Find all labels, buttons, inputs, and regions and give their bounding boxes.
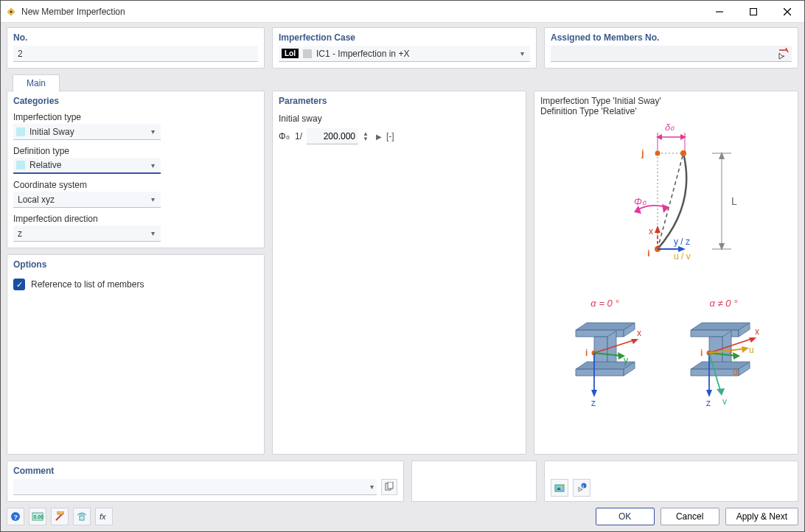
direction-select[interactable]: z ▾ [13, 225, 161, 242]
svg-rect-93 [58, 511, 63, 514]
apply-next-button[interactable]: Apply & Next [725, 508, 798, 525]
preview-title-line2: Definition Type 'Relative' [540, 106, 792, 116]
title-bar: New Member Imperfection [1, 1, 804, 23]
svg-marker-72 [742, 346, 749, 353]
svg-text:z: z [706, 398, 711, 407]
minimize-button[interactable] [703, 1, 736, 23]
svg-point-22 [680, 150, 686, 156]
svg-text:i: i [647, 248, 650, 259]
svg-text:x: x [649, 226, 653, 237]
categories-title: Categories [13, 96, 258, 106]
cancel-button[interactable]: Cancel [661, 508, 719, 525]
definition-type-select[interactable]: Relative ▾ [13, 158, 161, 174]
preview-info-button[interactable]: i [573, 479, 590, 497]
chevron-down-icon: ▾ [367, 483, 377, 491]
svg-marker-76 [706, 390, 712, 397]
type-color-swatch [16, 127, 25, 136]
svg-rect-2 [750, 8, 757, 15]
categories-panel: Categories Imperfection type Initial Swa… [7, 91, 265, 248]
parameters-title: Parameters [279, 96, 520, 106]
comment-panel: Comment ▾ [7, 461, 404, 502]
chevron-down-icon: ▾ [148, 195, 158, 203]
member-button[interactable] [51, 508, 69, 525]
chevron-down-icon: ▾ [148, 229, 158, 237]
pick-members-icon[interactable] [776, 46, 790, 61]
svg-text:u / v: u / v [674, 251, 691, 262]
initial-sway-label: Initial sway [279, 113, 520, 124]
checkbox-checked-icon: ✓ [13, 279, 25, 290]
direction-value: z [16, 228, 144, 239]
comment-title: Comment [13, 466, 397, 476]
no-label: No. [13, 32, 258, 43]
reference-members-label: Reference to list of members [31, 279, 144, 290]
ok-button[interactable]: OK [596, 508, 655, 525]
options-title: Options [13, 259, 258, 270]
no-input[interactable] [13, 46, 258, 62]
view-button[interactable] [73, 508, 91, 525]
units-button[interactable]: 0.00 [29, 508, 46, 525]
coord-system-value: Local xyz [16, 195, 144, 205]
tab-main[interactable]: Main [13, 74, 60, 91]
assign-panel: Assigned to Members No. [544, 27, 798, 69]
initial-sway-input[interactable] [307, 128, 358, 144]
window-title: New Member Imperfection [21, 7, 125, 17]
beam-sections: α = 0 ° [543, 298, 789, 407]
help-button[interactable]: ? [7, 508, 24, 525]
beam-alpha-zero: α = 0 ° [565, 298, 646, 407]
maximize-button[interactable] [736, 1, 770, 23]
assign-input[interactable] [551, 46, 792, 62]
case-color-swatch [303, 49, 312, 58]
svg-point-23 [655, 151, 660, 156]
sway-diagram: L δ₀ [548, 124, 784, 271]
chevron-down-icon: ▾ [518, 49, 527, 57]
main-row: Categories Imperfection type Initial Swa… [7, 91, 798, 455]
comment-select[interactable]: ▾ [13, 479, 377, 495]
no-panel: No. [7, 27, 265, 69]
coord-system-label: Coordinate system [13, 180, 258, 190]
case-label: Imperfection Case [279, 32, 530, 43]
direction-label: Imperfection direction [13, 214, 258, 224]
svg-marker-28 [655, 225, 661, 233]
case-select[interactable]: LoI IC1 - Imperfection in +X ▾ [279, 46, 530, 62]
imperfection-type-label: Imperfection type [13, 112, 258, 122]
imperfection-type-select[interactable]: Initial Sway ▾ [13, 124, 161, 140]
definition-type-value: Relative [29, 160, 144, 170]
svg-rect-94 [80, 516, 84, 520]
svg-text:x: x [755, 326, 759, 337]
preview-panel: Imperfection Type 'Initial Sway' Definit… [534, 91, 798, 455]
dialog-body: No. Imperfection Case LoI IC1 - Imperfec… [1, 23, 804, 531]
svg-text:?: ? [14, 514, 18, 521]
right-column: Imperfection Type 'Initial Sway' Definit… [534, 91, 798, 455]
beam-alpha-nonzero: α ≠ 0 ° [680, 298, 768, 407]
case-chip: LoI [282, 49, 299, 58]
svg-marker-67 [749, 337, 756, 343]
svg-text:fx: fx [100, 512, 106, 521]
preview-image-button[interactable] [551, 479, 568, 497]
header-row: No. Imperfection Case LoI IC1 - Imperfec… [7, 27, 798, 69]
svg-text:L: L [731, 195, 737, 207]
spinner-icons[interactable]: ▲▼ [363, 131, 372, 141]
one-over-label: 1/ [295, 131, 302, 141]
svg-text:i: i [700, 348, 703, 358]
svg-point-0 [10, 10, 13, 13]
step-right-icon[interactable]: ▶ [376, 133, 382, 141]
function-button[interactable]: fx [95, 508, 113, 525]
initial-sway-row: Φ₀ 1/ ▲▼ ▶ [-] [279, 128, 520, 144]
phi0-symbol: Φ₀ [279, 131, 290, 141]
alpha-ne-label: α ≠ 0 ° [710, 298, 738, 309]
svg-text:0.00: 0.00 [34, 514, 44, 519]
app-icon [5, 6, 17, 18]
close-button[interactable] [770, 1, 804, 23]
svg-point-85 [561, 486, 563, 488]
case-value: IC1 - Imperfection in +X [316, 49, 513, 59]
case-panel: Imperfection Case LoI IC1 - Imperfection… [272, 27, 537, 69]
svg-marker-48 [631, 339, 638, 344]
reference-members-option[interactable]: ✓ Reference to list of members [13, 279, 258, 290]
chevron-down-icon: ▾ [148, 127, 158, 136]
svg-text:x: x [637, 328, 641, 338]
svg-text:α: α [733, 367, 738, 377]
left-column: Categories Imperfection type Initial Swa… [7, 91, 265, 455]
comment-copy-button[interactable] [381, 479, 397, 495]
svg-text:z: z [591, 398, 596, 407]
coord-system-select[interactable]: Local xyz ▾ [13, 192, 161, 208]
